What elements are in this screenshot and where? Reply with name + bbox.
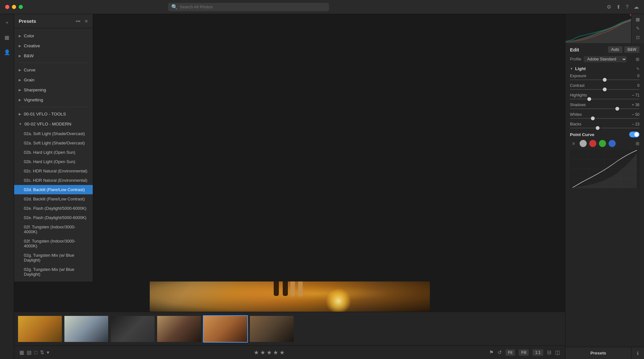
cloud-icon[interactable]: ☁ (634, 4, 639, 10)
curve-lines-button[interactable]: ≡ (570, 140, 577, 147)
filmstrip-thumb[interactable] (249, 315, 294, 343)
exposure-track[interactable] (570, 79, 639, 80)
chevron-down-icon[interactable]: ▼ (570, 67, 573, 70)
preset-folder-label: 00-01 VFLO - TOOLS (24, 112, 66, 116)
preset-item[interactable]: 02g. Tungsten Mix (w/ Blue Daylight) (14, 251, 93, 265)
blacks-thumb[interactable] (596, 126, 600, 130)
curve-green-button[interactable] (599, 140, 606, 147)
compare-icon[interactable]: ⊟ (547, 349, 551, 355)
contrast-track[interactable] (570, 89, 639, 90)
grid-view-icon[interactable]: ▦ (19, 349, 24, 355)
close-button[interactable] (5, 5, 9, 9)
exposure-thumb[interactable] (603, 78, 607, 82)
preset-category-grain[interactable]: ▶ Grain (14, 75, 93, 85)
preset-category-color[interactable]: ▶ Color (14, 31, 93, 41)
single-view-icon[interactable]: □ (34, 350, 37, 355)
whites-track[interactable] (570, 118, 639, 119)
auto-button[interactable]: Auto (608, 46, 622, 53)
help-icon[interactable]: ? (626, 4, 629, 10)
preset-category-vignetting[interactable]: ▶ Vignetting (14, 95, 93, 105)
curve-grid-icon[interactable]: ⊞ (636, 141, 639, 146)
filter-icon[interactable]: ⚙ (607, 4, 611, 10)
info-icon[interactable]: ℹ (631, 347, 644, 359)
star-2[interactable]: ★ (260, 349, 265, 356)
light-edit-icon[interactable]: ✎ (636, 67, 639, 71)
list-view-icon[interactable]: ▤ (27, 349, 32, 355)
preset-category-bw[interactable]: ▶ B&W (14, 51, 93, 61)
flag-icon[interactable]: ⚑ (489, 349, 494, 355)
preset-item[interactable]: 02b. Hard Light (Open Sun) (14, 157, 93, 166)
crop-icon[interactable]: ⊡ (633, 35, 642, 40)
bw-button[interactable]: B&W (624, 46, 639, 53)
preset-item[interactable]: 02f. Tungsten (Indoor/3000-4000K) (14, 222, 93, 236)
histogram-icon[interactable]: ▦ (633, 17, 642, 22)
main-content: ＋ ▦ 👤 Presets ••• ✕ ▶ Color ▶ Creat (0, 14, 644, 359)
chevron-right-icon: ▶ (19, 34, 21, 38)
preset-item[interactable]: 02a. Soft Light (Shade/Overcast) (14, 129, 93, 138)
whites-thumb[interactable] (591, 116, 595, 120)
preset-item-active[interactable]: 02d. Backlit (Flare/Low Contrast) (14, 185, 93, 194)
presets-bottom-button[interactable]: Presets (565, 347, 631, 359)
preset-folder-vflo-tools[interactable]: ▶ 00-01 VFLO - TOOLS (14, 109, 93, 119)
profile-select[interactable]: Adobe Standard Adobe Portrait Adobe Land… (584, 56, 627, 62)
contrast-thumb[interactable] (603, 87, 607, 91)
thumb-image (204, 316, 247, 342)
svg-rect-3 (283, 281, 288, 296)
photo-sun (326, 288, 351, 312)
chevron-down-icon[interactable]: ▾ (47, 349, 49, 355)
curve-red-button[interactable] (589, 140, 596, 147)
shadows-track[interactable] (570, 108, 639, 109)
profile-grid-icon[interactable]: ⊞ (636, 57, 639, 62)
split-icon[interactable]: ◫ (555, 349, 560, 355)
point-curve-toggle[interactable] (629, 132, 639, 137)
star-4[interactable]: ★ (273, 349, 278, 356)
filmstrip-thumb[interactable] (156, 315, 202, 343)
sidebar-people-icon[interactable]: 👤 (2, 47, 12, 57)
preset-item[interactable]: 02a. Soft Light (Shade/Overcast) (14, 138, 93, 148)
filmstrip-thumb[interactable] (64, 315, 109, 343)
curve-blue-button[interactable] (609, 140, 616, 147)
preset-item[interactable]: 02c. HDR Natural (Environmental) (14, 176, 93, 185)
presets-close-icon[interactable]: ✕ (84, 19, 88, 24)
star-3[interactable]: ★ (267, 349, 272, 356)
preset-category-curve[interactable]: ▶ Curve (14, 65, 93, 75)
minimize-button[interactable] (12, 5, 16, 9)
rotate-icon[interactable]: ↺ (497, 349, 502, 355)
search-input[interactable] (180, 5, 326, 9)
filmstrip-thumb[interactable] (17, 315, 62, 343)
presets-more-icon[interactable]: ••• (76, 19, 80, 24)
highlights-thumb[interactable] (587, 97, 591, 101)
fill-button[interactable]: Fill (519, 349, 529, 356)
sidebar-add-icon[interactable]: ＋ (2, 17, 12, 28)
star-1[interactable]: ★ (254, 349, 259, 356)
preset-item[interactable]: 02e. Flash (Daylight/5000-6000K) (14, 213, 93, 222)
exposure-slider-row: Exposure 0 (570, 74, 639, 80)
highlights-track[interactable] (570, 99, 639, 99)
sidebar-grid-icon[interactable]: ▦ (2, 32, 12, 42)
fit-button[interactable]: Fit (506, 349, 515, 356)
curve-graph[interactable] (570, 150, 639, 188)
curve-white-button[interactable] (580, 140, 587, 147)
preset-item[interactable]: 02c. HDR Natural (Environmental) (14, 166, 93, 176)
preset-item[interactable]: 02g. Tungsten Mix (w/ Blue Daylight) (14, 265, 93, 279)
preset-item[interactable]: 02f. Tungsten (Indoor/3000-4000K) (14, 236, 93, 251)
preset-category-creative[interactable]: ▶ Creative (14, 41, 93, 51)
filmstrip-thumb[interactable] (110, 315, 155, 343)
blacks-track[interactable] (570, 128, 639, 128)
filmstrip-thumb-active[interactable] (203, 315, 248, 343)
shadows-thumb[interactable] (615, 107, 619, 111)
search-bar[interactable]: 🔍 (168, 3, 329, 11)
preset-item[interactable]: 02d. Backlit (Flare/Low Contrast) (14, 194, 93, 204)
point-curve-header: Point Curve (570, 132, 639, 137)
ratio-button[interactable]: 1:1 (533, 349, 543, 356)
preset-category-sharpening[interactable]: ▶ Sharpening (14, 85, 93, 95)
preset-category-label: B&W (24, 53, 34, 58)
preset-item[interactable]: 02e. Flash (Daylight/5000-6000K) (14, 204, 93, 213)
star-5[interactable]: ★ (279, 349, 285, 356)
maximize-button[interactable] (19, 5, 23, 9)
preset-folder-vflo-modern[interactable]: ▼ 00-02 VFLO - MODERN (14, 119, 93, 129)
preset-item[interactable]: 02b. Hard Light (Open Sun) (14, 148, 93, 157)
sort-icon[interactable]: ⇅ (40, 349, 44, 355)
develop-icon[interactable]: ✎ (633, 26, 642, 31)
share-icon[interactable]: ⬆ (616, 4, 620, 10)
